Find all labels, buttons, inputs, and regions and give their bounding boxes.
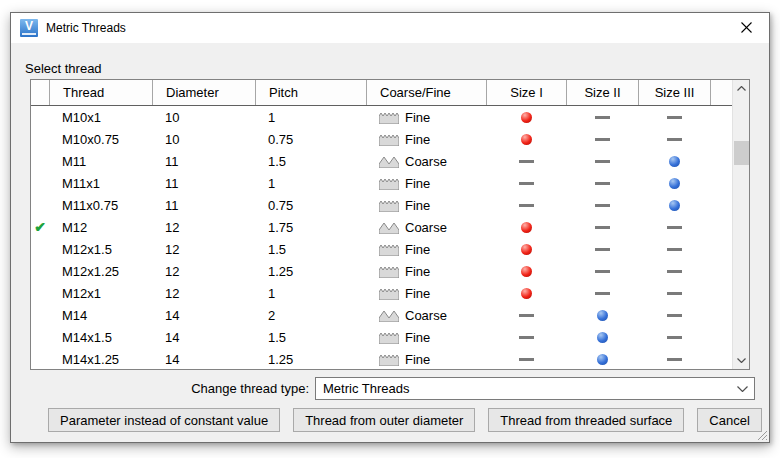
thread-from-threaded-surface-button[interactable]: Thread from threaded surface xyxy=(488,408,684,432)
resize-grip-icon[interactable] xyxy=(755,428,767,440)
size-i-cell xyxy=(486,266,566,277)
combo-arrow-area[interactable] xyxy=(730,386,754,392)
scroll-up-button[interactable] xyxy=(733,80,750,97)
table-row[interactable]: M12x1.5121.5Fine xyxy=(31,238,732,260)
size-iii-cell xyxy=(638,226,710,229)
size-iii-cell xyxy=(638,336,710,339)
thread-from-outer-diameter-button[interactable]: Thread from outer diameter xyxy=(293,408,475,432)
coarse-thread-icon xyxy=(379,309,399,322)
size-i-cell xyxy=(486,204,566,207)
fine-thread-icon xyxy=(379,199,399,212)
size-ii-cell xyxy=(566,270,638,273)
size-ii-cell xyxy=(566,182,638,185)
scrollbar-thumb[interactable] xyxy=(734,141,749,165)
column-header-size-ii[interactable]: Size II xyxy=(566,80,638,105)
thread-cell: M12 xyxy=(49,220,152,235)
red-dot-indicator xyxy=(521,134,532,145)
coarse-fine-label: Fine xyxy=(405,352,430,367)
titlebar[interactable]: V Metric Threads xyxy=(11,13,769,43)
dash-indicator xyxy=(595,226,610,229)
diameter-cell: 11 xyxy=(152,154,255,169)
metric-threads-dialog: V Metric Threads Select thread Thread Di… xyxy=(10,12,770,443)
vertical-scrollbar[interactable] xyxy=(732,80,749,369)
table-row[interactable]: M11111.5Coarse xyxy=(31,150,732,172)
table-row[interactable]: M10x1101Fine xyxy=(31,106,732,128)
size-ii-cell xyxy=(566,248,638,251)
size-ii-cell xyxy=(566,310,638,321)
size-ii-cell xyxy=(566,332,638,343)
chevron-down-icon xyxy=(737,386,748,392)
thread-cell: M10x0.75 xyxy=(49,132,152,147)
table-header-row: Thread Diameter Pitch Coarse/Fine Size I… xyxy=(31,80,749,106)
table-row[interactable]: M14142Coarse xyxy=(31,304,732,326)
size-i-cell xyxy=(486,336,566,339)
size-i-cell xyxy=(486,358,566,361)
thread-type-combobox[interactable]: Metric Threads xyxy=(315,377,755,400)
table-row[interactable]: M10x0.75100.75Fine xyxy=(31,128,732,150)
fine-thread-icon xyxy=(379,287,399,300)
size-ii-cell xyxy=(566,160,638,163)
pitch-cell: 1.25 xyxy=(255,264,366,279)
coarse-fine-cell: Fine xyxy=(366,286,486,301)
coarse-fine-label: Coarse xyxy=(405,220,447,235)
size-iii-cell xyxy=(638,292,710,295)
coarse-fine-label: Coarse xyxy=(405,154,447,169)
dash-indicator xyxy=(667,248,682,251)
fine-thread-icon xyxy=(379,353,399,366)
scroll-down-button[interactable] xyxy=(733,352,750,369)
size-ii-cell xyxy=(566,204,638,207)
column-header-diameter[interactable]: Diameter xyxy=(152,80,255,105)
table-row[interactable]: M11x0.75110.75Fine xyxy=(31,194,732,216)
size-ii-cell xyxy=(566,354,638,365)
coarse-fine-cell: Fine xyxy=(366,132,486,147)
column-header-thread[interactable]: Thread xyxy=(49,80,152,105)
coarse-fine-cell: Coarse xyxy=(366,308,486,323)
thread-cell: M12x1.25 xyxy=(49,264,152,279)
thread-cell: M14x1.5 xyxy=(49,330,152,345)
column-header-select[interactable] xyxy=(31,80,49,105)
table-row[interactable]: M11x1111Fine xyxy=(31,172,732,194)
table-row[interactable]: M12x1.25121.25Fine xyxy=(31,260,732,282)
red-dot-indicator xyxy=(521,222,532,233)
coarse-fine-label: Fine xyxy=(405,286,430,301)
coarse-fine-label: Fine xyxy=(405,264,430,279)
column-header-size-i[interactable]: Size I xyxy=(486,80,566,105)
thread-cell: M11x1 xyxy=(49,176,152,191)
coarse-fine-label: Fine xyxy=(405,176,430,191)
size-i-cell xyxy=(486,244,566,255)
dash-indicator xyxy=(667,226,682,229)
table-row[interactable]: M14x1.25141.25Fine xyxy=(31,348,732,369)
dash-indicator xyxy=(519,160,534,163)
chevron-up-icon xyxy=(737,86,746,91)
table-row[interactable]: ✔M12121.75Coarse xyxy=(31,216,732,238)
dash-indicator xyxy=(595,292,610,295)
column-header-coarse-fine[interactable]: Coarse/Fine xyxy=(366,80,486,105)
coarse-fine-cell: Fine xyxy=(366,352,486,367)
pitch-cell: 1 xyxy=(255,176,366,191)
select-thread-label: Select thread xyxy=(25,61,102,76)
parameter-instead-of-constant-value-button[interactable]: Parameter instead of constant value xyxy=(48,408,280,432)
cancel-button[interactable]: Cancel xyxy=(697,408,761,432)
table-row[interactable]: M12x1121Fine xyxy=(31,282,732,304)
fine-thread-icon xyxy=(379,177,399,190)
red-dot-indicator xyxy=(521,266,532,277)
coarse-fine-cell: Fine xyxy=(366,176,486,191)
size-iii-cell xyxy=(638,358,710,361)
thread-cell: M14 xyxy=(49,308,152,323)
table-row[interactable]: M14x1.5141.5Fine xyxy=(31,326,732,348)
column-header-pitch[interactable]: Pitch xyxy=(255,80,366,105)
close-button[interactable] xyxy=(724,13,769,42)
size-ii-cell xyxy=(566,292,638,295)
app-icon-letter: V xyxy=(20,19,38,33)
blue-dot-indicator xyxy=(597,310,608,321)
coarse-fine-label: Fine xyxy=(405,242,430,257)
size-iii-cell xyxy=(638,138,710,141)
size-i-cell xyxy=(486,288,566,299)
column-header-size-iii[interactable]: Size III xyxy=(638,80,710,105)
thread-cell: M10x1 xyxy=(49,110,152,125)
pitch-cell: 1.75 xyxy=(255,220,366,235)
size-i-cell xyxy=(486,182,566,185)
size-i-cell xyxy=(486,222,566,233)
coarse-fine-label: Fine xyxy=(405,330,430,345)
diameter-cell: 12 xyxy=(152,286,255,301)
